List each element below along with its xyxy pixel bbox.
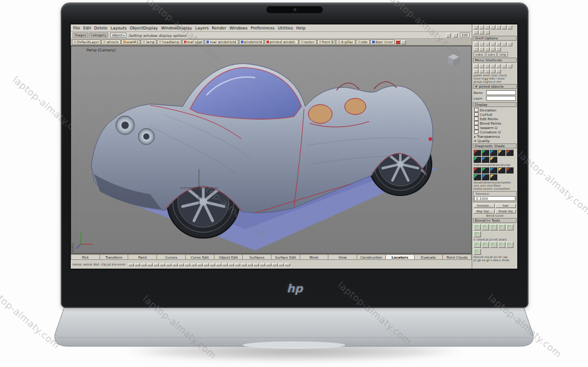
tool-tab[interactable]: Pick (71, 254, 100, 260)
layer-tab[interactable]: rear seat (182, 39, 205, 44)
tool-tab[interactable]: Paint (128, 254, 157, 260)
layer-color-chip (143, 41, 145, 43)
tool-tab[interactable]: Transform (100, 254, 129, 260)
shade-sky-button[interactable]: Shade Sky (495, 209, 516, 214)
tool-strip-icons[interactable] (128, 263, 391, 266)
menu-item[interactable]: Utilities (278, 26, 293, 31)
display-toggle[interactable]: Edit Points (472, 116, 517, 121)
object-field[interactable]: Layer (472, 96, 517, 101)
layer-tab[interactable]: printed windsh. (265, 39, 298, 44)
tool-tab[interactable]: Surfaces (243, 254, 271, 260)
diagnostic-icon-grid[interactable] (472, 167, 517, 181)
menu-item[interactable]: Help (296, 26, 305, 31)
layer-tab[interactable]: A-pillar (336, 39, 355, 44)
tool-tab[interactable]: Point Clouds (443, 254, 472, 260)
layer-color-chip (372, 41, 375, 43)
tool-tab[interactable]: Evaluate (415, 254, 444, 260)
layer-tab[interactable]: DefaultLayer (72, 39, 101, 44)
field-input[interactable] (486, 96, 516, 101)
display-toggle[interactable]: Curvature U (472, 130, 517, 134)
menu-item[interactable]: Preferences (251, 26, 275, 31)
display-toggle[interactable]: Blend Points (472, 121, 517, 125)
layer-tab[interactable]: side (356, 39, 370, 44)
tessellate-mode-select[interactable]: Fast (495, 204, 516, 208)
shelf-tab[interactable]: tutrs (486, 52, 497, 57)
checkbox[interactable] (474, 130, 479, 134)
menu-item[interactable]: Edit (83, 26, 91, 31)
diagnostic-shade-header[interactable]: Diagnostic Shade (473, 143, 517, 148)
tolerance-input[interactable]: 0.1000 (474, 196, 515, 201)
blend-curve-label: Blend Curve (472, 214, 517, 217)
tool-tab[interactable]: Curves (157, 254, 186, 260)
shelf-tab[interactable]: help (497, 52, 508, 57)
layer-tab[interactable]: rear windshield (205, 39, 238, 44)
layer-tab[interactable]: lamp (141, 39, 156, 44)
layer-tab[interactable]: headlamp (157, 39, 181, 44)
menu-item[interactable]: Layouts (111, 26, 126, 31)
menu-item[interactable]: WindowDisplay (161, 26, 192, 31)
layer-tab[interactable]: front B (317, 39, 336, 44)
blendcrv-tools-header[interactable]: BlendCrv Tools (473, 218, 517, 223)
layer-color-chip (103, 41, 106, 43)
object-field[interactable]: Name (472, 90, 517, 95)
menu-item[interactable]: Delete (94, 26, 107, 31)
checkbox[interactable] (474, 116, 479, 121)
prompt-tab[interactable]: Stages (73, 33, 88, 38)
menu-item[interactable]: Layers (195, 26, 209, 31)
shelf-tab[interactable]: eskis (474, 52, 485, 57)
transparency-row[interactable]: Transparency (472, 134, 517, 138)
layer-bar-icon[interactable] (395, 40, 400, 44)
menu-shortcuts-header[interactable]: Menu Shortcuts (473, 58, 517, 63)
tool-tab[interactable]: Construction (357, 254, 386, 260)
menu-item[interactable]: Render (212, 26, 226, 31)
display-toggle[interactable]: Isoparm U (472, 125, 517, 130)
shelf-icon-grid[interactable] (472, 41, 517, 52)
windshield (190, 68, 302, 119)
shelf-icon-row[interactable] (472, 24, 517, 35)
layer-color-chip (184, 41, 186, 43)
tool-tab[interactable]: Locators (386, 254, 415, 260)
blend-icon-grid[interactable] (472, 224, 517, 238)
layer-tab[interactable]: wheels (101, 39, 120, 44)
map-topology-button[interactable]: Map Topl... (474, 209, 494, 214)
tool-tab[interactable]: Surface Edit (271, 254, 300, 260)
prompt-icon[interactable] (453, 33, 458, 38)
layer-tab[interactable]: windshield (239, 39, 264, 44)
display-section-header[interactable]: Display (473, 102, 517, 107)
checkbox[interactable] (474, 125, 479, 130)
tool-tab[interactable]: View (328, 254, 357, 260)
prompt-icon[interactable] (446, 33, 451, 38)
layer-color-chip (338, 41, 340, 43)
prompt-tab[interactable]: Category (89, 33, 108, 38)
shortcut-icon-grid[interactable] (472, 63, 517, 74)
prompt-line: StagesCategory object Setting window dis… (71, 32, 472, 39)
webcam (266, 6, 323, 13)
perspective-viewport[interactable]: Persp [Camera] (71, 46, 472, 254)
field-input[interactable] (486, 90, 516, 95)
quality-row[interactable]: Quality (472, 138, 517, 143)
menu-item[interactable]: ObjectDisplay (129, 26, 158, 31)
layer-tab[interactable]: rocker (299, 39, 317, 44)
picked-objects-header[interactable]: # picked objects (473, 84, 517, 89)
checkbox[interactable] (474, 112, 479, 116)
menu-item[interactable]: Windows (230, 26, 248, 31)
zoom-level[interactable]: 100 (460, 33, 470, 38)
view-cube[interactable] (446, 53, 461, 68)
checkbox[interactable] (474, 108, 479, 112)
tool-tab[interactable]: Curve Edit (186, 254, 215, 260)
checkbox[interactable] (474, 121, 479, 125)
tool-tab[interactable]: Object Edit (215, 254, 243, 260)
pick-mode-select[interactable]: object (110, 33, 126, 38)
layer-tab[interactable]: door inner (370, 39, 395, 44)
diagnostic-icon-grid[interactable] (472, 149, 517, 163)
layer-name: windshield (244, 40, 262, 44)
shelf-options-header[interactable]: Shelf Options (473, 36, 517, 41)
display-toggle[interactable]: Deviation (472, 108, 517, 112)
display-toggle[interactable]: Cv/Hull (472, 112, 517, 116)
blend-icon-grid[interactable] (472, 241, 517, 256)
menu-item[interactable]: File (73, 26, 80, 31)
tessellate-button[interactable]: Tessellat... (474, 204, 494, 208)
tool-tab[interactable]: Mesh (300, 254, 329, 260)
layer-bar-icon[interactable] (401, 40, 406, 44)
layer-tab[interactable]: seat#2 (121, 39, 141, 44)
